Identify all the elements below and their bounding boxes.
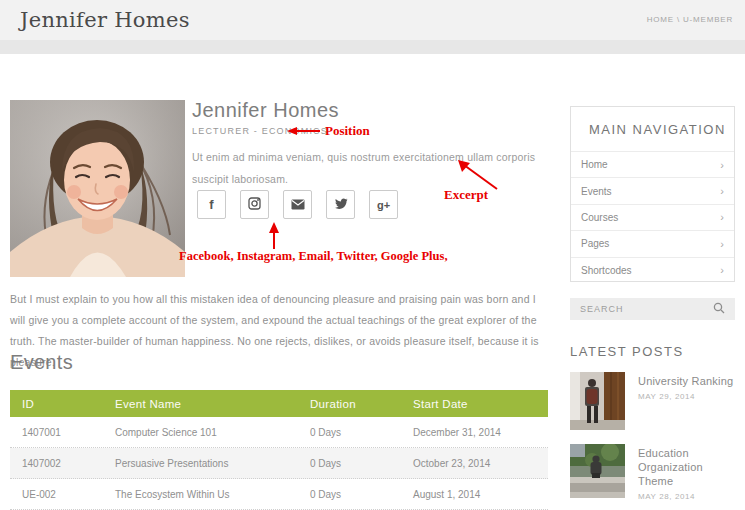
- social-annotation: Facebook, Instagram, Email, Twitter, Goo…: [179, 249, 448, 264]
- excerpt-annotation: Excerpt: [444, 187, 488, 203]
- search-bar: [570, 298, 735, 320]
- post-date: MAY 28, 2014: [638, 492, 738, 501]
- instagram-icon: [248, 196, 261, 214]
- cell-start-date: August 1, 2014: [405, 489, 548, 500]
- position-annotation: Position: [325, 123, 370, 139]
- search-icon[interactable]: [713, 300, 725, 318]
- member-bio: But I must explain to you how all this m…: [10, 289, 550, 373]
- table-row: UE-002 The Ecosystem Within Us 0 Days Au…: [10, 479, 548, 510]
- list-item[interactable]: University Ranking MAY 29, 2014: [570, 372, 735, 432]
- page-header-strip: [0, 40, 745, 54]
- cell-start-date: October 23, 2014: [405, 458, 548, 469]
- chevron-right-icon: ›: [720, 238, 724, 250]
- position-arrow: [286, 125, 322, 137]
- search-input[interactable]: [580, 304, 700, 314]
- google-plus-button[interactable]: g+: [369, 190, 398, 219]
- cell-event-name: Persuasive Presentations: [105, 458, 300, 469]
- profile-photo: [10, 100, 185, 277]
- social-arrow: [267, 222, 281, 251]
- chevron-right-icon: ›: [720, 159, 724, 171]
- main-navigation-panel: MAIN NAVIGATION Home › Events › Courses …: [570, 106, 735, 282]
- list-item[interactable]: Education Organization Theme MAY 28, 201…: [570, 444, 735, 500]
- facebook-icon: f: [209, 197, 213, 212]
- events-heading: Events: [10, 351, 73, 374]
- nav-label: Events: [581, 186, 612, 197]
- facebook-button[interactable]: f: [197, 190, 226, 219]
- page-title: Jennifer Homes: [20, 8, 190, 32]
- email-button[interactable]: [283, 190, 312, 219]
- chevron-right-icon: ›: [720, 264, 724, 276]
- nav-label: Home: [581, 159, 608, 170]
- instagram-button[interactable]: [240, 190, 269, 219]
- col-id: ID: [10, 398, 105, 410]
- cell-event-name: The Ecosystem Within Us: [105, 489, 300, 500]
- post-thumbnail[interactable]: [570, 444, 625, 498]
- cell-duration: 0 Days: [300, 427, 405, 438]
- nav-label: Courses: [581, 212, 618, 223]
- sidebar-item-home[interactable]: Home ›: [571, 151, 734, 177]
- chevron-right-icon: ›: [720, 211, 724, 223]
- sidebar-item-events[interactable]: Events ›: [571, 177, 734, 203]
- cell-duration: 0 Days: [300, 489, 405, 500]
- twitter-icon: [334, 196, 348, 214]
- col-event-name: Event Name: [105, 398, 300, 410]
- cell-id: 1407002: [10, 458, 105, 469]
- post-title[interactable]: Education Organization Theme: [638, 446, 738, 488]
- cell-id: 1407001: [10, 427, 105, 438]
- table-row: 1407001 Computer Science 101 0 Days Dece…: [10, 417, 548, 448]
- cell-id: UE-002: [10, 489, 105, 500]
- sidebar-item-shortcodes[interactable]: Shortcodes ›: [571, 257, 734, 283]
- cell-event-name: Computer Science 101: [105, 427, 300, 438]
- cell-duration: 0 Days: [300, 458, 405, 469]
- twitter-button[interactable]: [326, 190, 355, 219]
- post-title[interactable]: University Ranking: [638, 374, 738, 388]
- chevron-right-icon: ›: [720, 185, 724, 197]
- post-thumbnail[interactable]: [570, 372, 625, 430]
- email-icon: [291, 196, 305, 214]
- social-links: f g+: [197, 190, 398, 219]
- nav-label: Shortcodes: [581, 265, 632, 276]
- sidebar-item-pages[interactable]: Pages ›: [571, 230, 734, 256]
- latest-posts-title: LATEST POSTS: [570, 344, 684, 359]
- breadcrumb[interactable]: HOME \ U-MEMBER: [647, 15, 733, 24]
- table-row: 1407002 Persuasive Presentations 0 Days …: [10, 448, 548, 479]
- main-navigation-title: MAIN NAVIGATION: [571, 107, 734, 151]
- google-plus-icon: g+: [377, 199, 390, 211]
- events-table-header: ID Event Name Duration Start Date: [10, 390, 548, 417]
- nav-label: Pages: [581, 238, 609, 249]
- col-start-date: Start Date: [405, 398, 548, 410]
- member-name: Jennifer Homes: [192, 99, 339, 122]
- sidebar-item-courses[interactable]: Courses ›: [571, 204, 734, 230]
- cell-start-date: December 31, 2014: [405, 427, 548, 438]
- events-table: ID Event Name Duration Start Date 140700…: [10, 390, 548, 510]
- post-date: MAY 29, 2014: [638, 392, 738, 401]
- col-duration: Duration: [300, 398, 405, 410]
